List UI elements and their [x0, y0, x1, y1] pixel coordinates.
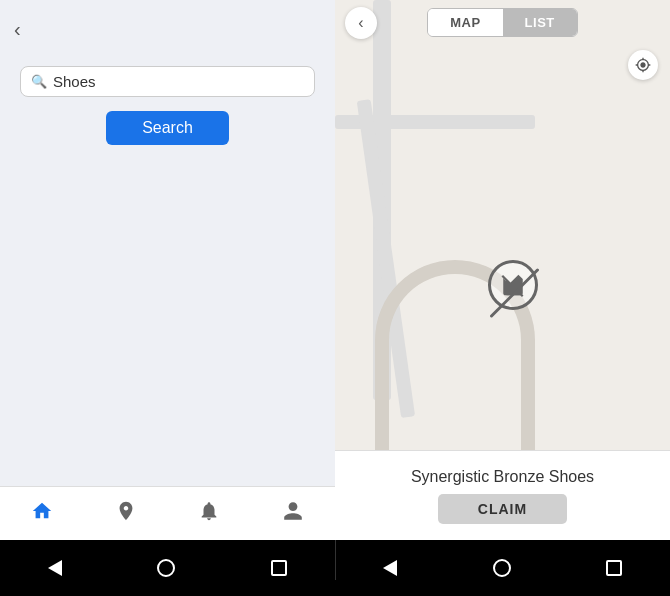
- search-button[interactable]: Search: [106, 111, 229, 145]
- android-recent-button-right[interactable]: [606, 560, 622, 576]
- recent-square-icon: [271, 560, 287, 576]
- right-android-nav: [336, 540, 671, 596]
- right-panel: ‹ MAP LIST Synergistic Bronze Shoes CLAI…: [335, 0, 670, 540]
- search-input[interactable]: [53, 73, 304, 90]
- back-triangle-icon-right: [383, 560, 397, 576]
- nav-person-icon[interactable]: [282, 500, 304, 528]
- android-home-button[interactable]: [157, 559, 175, 577]
- home-circle-icon-right: [493, 559, 511, 577]
- claim-button[interactable]: CLAIM: [438, 494, 567, 524]
- map-list-toggle: MAP LIST: [427, 8, 578, 37]
- no-photo-icon: [488, 260, 538, 310]
- android-back-button[interactable]: [48, 560, 62, 576]
- recent-square-icon-right: [606, 560, 622, 576]
- map-toggle-button[interactable]: MAP: [428, 9, 502, 36]
- android-back-button-right[interactable]: [383, 560, 397, 576]
- search-container: 🔍: [20, 66, 315, 97]
- back-triangle-icon: [48, 560, 62, 576]
- nav-bell-icon[interactable]: [198, 500, 220, 528]
- current-location-button[interactable]: [628, 50, 658, 80]
- back-button[interactable]: ‹: [14, 18, 21, 41]
- map-top-bar: ‹ MAP LIST: [335, 8, 670, 37]
- left-panel: ‹ 🔍 Search: [0, 0, 335, 540]
- left-android-nav: [0, 540, 335, 596]
- map-back-icon: ‹: [358, 14, 363, 32]
- android-home-button-right[interactable]: [493, 559, 511, 577]
- store-name: Synergistic Bronze Shoes: [411, 468, 594, 486]
- list-toggle-button[interactable]: LIST: [503, 9, 577, 36]
- store-card: Synergistic Bronze Shoes CLAIM: [335, 450, 670, 540]
- android-recent-button[interactable]: [271, 560, 287, 576]
- bottom-nav: [0, 486, 335, 540]
- map-back-button[interactable]: ‹: [345, 7, 377, 39]
- nav-location-icon[interactable]: [115, 500, 137, 528]
- home-circle-icon: [157, 559, 175, 577]
- android-nav-bar: [0, 540, 670, 596]
- nav-home-icon[interactable]: [31, 500, 53, 528]
- search-icon: 🔍: [31, 74, 47, 89]
